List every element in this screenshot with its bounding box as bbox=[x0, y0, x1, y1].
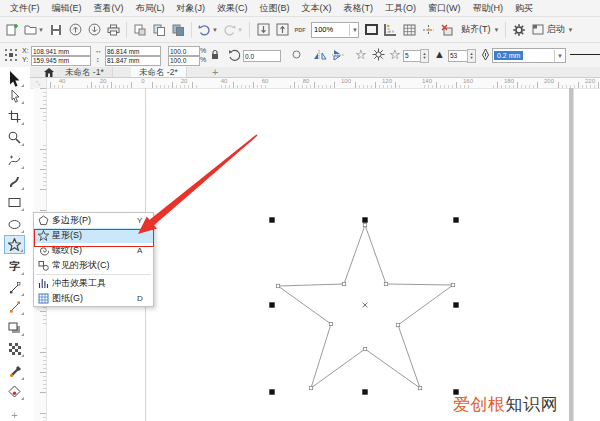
snap-caret-icon: ▼ bbox=[494, 27, 500, 33]
show-grid-icon[interactable] bbox=[400, 21, 418, 39]
star-shape[interactable] bbox=[278, 225, 453, 388]
guidelines-icon[interactable] bbox=[419, 21, 437, 39]
mirror-horizontal-icon[interactable] bbox=[313, 49, 327, 61]
pdf-share-icon[interactable]: PDF bbox=[292, 21, 308, 39]
property-bar: X: Y: ↔ ↕ % % ☆ ☆ ▲▼ ▲ ▲▼ 0.2 mm ▼ bbox=[0, 43, 600, 68]
menu-buy[interactable]: 购买 bbox=[509, 0, 539, 16]
zoom-tool-icon[interactable] bbox=[4, 128, 25, 147]
line-tool-icon[interactable] bbox=[4, 278, 25, 297]
complex-star-mode-button[interactable] bbox=[372, 48, 385, 61]
launch-dropdown[interactable]: 启动 ▼ bbox=[532, 23, 573, 36]
horizontal-ruler[interactable]: 40 20 0 20 40 60 80 100 120 140 160 180 … bbox=[30, 78, 600, 89]
undo-icon[interactable]: ▼ bbox=[196, 21, 220, 39]
y-position-input[interactable] bbox=[31, 56, 91, 66]
star-vertex-nodes[interactable] bbox=[276, 223, 454, 389]
import-icon[interactable] bbox=[254, 21, 272, 39]
text-tool-icon[interactable]: 字 bbox=[4, 257, 25, 276]
outline-style-preview[interactable] bbox=[570, 54, 600, 55]
x-position-input[interactable] bbox=[31, 46, 91, 56]
scale-x-input[interactable] bbox=[168, 46, 200, 56]
outline-width-caret-icon[interactable]: ▼ bbox=[554, 50, 565, 62]
redo-icon[interactable]: ▼ bbox=[221, 21, 245, 39]
show-rulers-icon[interactable] bbox=[381, 21, 399, 39]
snap-to-dropdown[interactable]: 贴齐(T) ▼ bbox=[459, 23, 499, 36]
paste-icon[interactable] bbox=[169, 21, 187, 39]
menu-bitmaps[interactable]: 位图(B) bbox=[254, 0, 296, 16]
outline-width-value: 0.2 mm bbox=[494, 51, 523, 60]
menu-object[interactable]: 对象(J) bbox=[171, 0, 212, 16]
connector-tool-icon[interactable] bbox=[4, 297, 25, 316]
open-document-icon[interactable]: ▼ bbox=[22, 21, 46, 39]
polygon-mode-button[interactable]: ☆ bbox=[355, 47, 367, 62]
mirror-vertical-icon[interactable] bbox=[331, 49, 345, 61]
flyout-item-label: 多边形(P) bbox=[52, 214, 137, 227]
node-circle-icon[interactable] bbox=[292, 50, 301, 59]
eyedropper-tool-icon[interactable] bbox=[4, 362, 25, 381]
new-document-icon[interactable] bbox=[3, 21, 21, 39]
copy-icon[interactable] bbox=[150, 21, 168, 39]
artistic-media-tool-icon[interactable] bbox=[4, 172, 25, 191]
drop-shadow-tool-icon[interactable] bbox=[4, 318, 25, 337]
options-gear-icon[interactable] bbox=[510, 21, 528, 39]
lock-ratio-icon[interactable] bbox=[210, 49, 220, 61]
export-icon[interactable] bbox=[273, 21, 291, 39]
menu-text[interactable]: 文本(X) bbox=[296, 0, 338, 16]
polygon-tool-icon[interactable] bbox=[4, 235, 25, 254]
mesh-pattern-tool-icon[interactable] bbox=[4, 339, 25, 358]
annotation-highlight-box bbox=[34, 229, 154, 247]
fullscreen-preview-icon[interactable] bbox=[362, 21, 380, 39]
watermark: 爱创根知识网 bbox=[453, 393, 558, 416]
save-icon[interactable] bbox=[47, 21, 65, 39]
ruler-origin-button[interactable]: ⤡ bbox=[30, 78, 47, 88]
sharpness-spinner[interactable]: ▲▼ bbox=[467, 49, 476, 63]
publish-download-icon[interactable] bbox=[85, 21, 103, 39]
cut-icon[interactable] bbox=[131, 21, 149, 39]
add-tools-button[interactable]: + bbox=[4, 405, 25, 421]
interactive-fill-tool-icon[interactable] bbox=[4, 382, 25, 401]
menu-effects[interactable]: 效果(C) bbox=[211, 0, 254, 16]
common-shapes-icon bbox=[34, 260, 52, 271]
object-height-input[interactable] bbox=[105, 56, 161, 66]
menu-file[interactable]: 文件(F) bbox=[4, 0, 46, 16]
zoom-level-input[interactable] bbox=[312, 25, 348, 34]
zoom-caret-icon[interactable]: ▼ bbox=[349, 24, 360, 36]
publish-upload-icon[interactable] bbox=[66, 21, 84, 39]
scale-y-input[interactable] bbox=[168, 56, 200, 66]
flyout-item-polygon[interactable]: 多边形(P) Y bbox=[34, 213, 153, 228]
menu-view[interactable]: 查看(V) bbox=[88, 0, 130, 16]
star-points-spinner[interactable]: ▲▼ bbox=[420, 49, 429, 63]
sharpness-input[interactable] bbox=[448, 50, 468, 62]
snap-off-icon[interactable] bbox=[438, 21, 456, 39]
ruler-label: 20 bbox=[100, 78, 107, 84]
launch-caret-icon: ▼ bbox=[567, 27, 573, 33]
shape-tools-flyout-menu: 多边形(P) Y 星形(S) 螺纹(S) A 常见的形状(C) 冲击效果工具 bbox=[33, 212, 154, 307]
rotation-angle-icon bbox=[228, 49, 241, 62]
flyout-item-shortcut: Y bbox=[137, 216, 153, 225]
freehand-tool-icon[interactable] bbox=[4, 151, 25, 170]
menu-layout[interactable]: 布局(L) bbox=[130, 0, 171, 16]
star-points-input[interactable] bbox=[403, 50, 421, 62]
menu-tools[interactable]: 工具(O) bbox=[379, 0, 422, 16]
ellipse-tool-icon[interactable] bbox=[4, 215, 25, 234]
menu-edit[interactable]: 编辑(E) bbox=[46, 0, 88, 16]
selection-handles[interactable] bbox=[269, 217, 458, 394]
object-width-input[interactable] bbox=[105, 46, 161, 56]
menu-table[interactable]: 表格(T) bbox=[338, 0, 380, 16]
ruler-label: 140 bbox=[422, 78, 432, 84]
shape-tool-icon[interactable] bbox=[4, 86, 25, 105]
print-icon[interactable] bbox=[104, 21, 122, 39]
x-position-label: X: bbox=[22, 47, 29, 54]
flyout-item-graph-paper[interactable]: 图纸(G) D bbox=[34, 291, 153, 306]
ruler-label: 0 bbox=[141, 78, 144, 84]
zoom-level-combo[interactable]: ▼ bbox=[311, 22, 359, 38]
rectangle-tool-icon[interactable] bbox=[4, 193, 25, 212]
menu-help[interactable]: 帮助(H) bbox=[467, 0, 510, 16]
outline-width-combo[interactable]: 0.2 mm ▼ bbox=[492, 48, 566, 63]
object-position-icon bbox=[4, 48, 18, 62]
menu-bar: 文件(F) 编辑(E) 查看(V) 布局(L) 对象(J) 效果(C) 位图(B… bbox=[0, 0, 600, 17]
flyout-item-impact-tool[interactable]: 冲击效果工具 bbox=[34, 276, 153, 291]
flyout-item-common-shapes[interactable]: 常见的形状(C) bbox=[34, 258, 153, 273]
rotation-angle-input[interactable] bbox=[243, 50, 281, 62]
crop-tool-icon[interactable] bbox=[4, 107, 25, 126]
menu-window[interactable]: 窗口(W) bbox=[422, 0, 467, 16]
